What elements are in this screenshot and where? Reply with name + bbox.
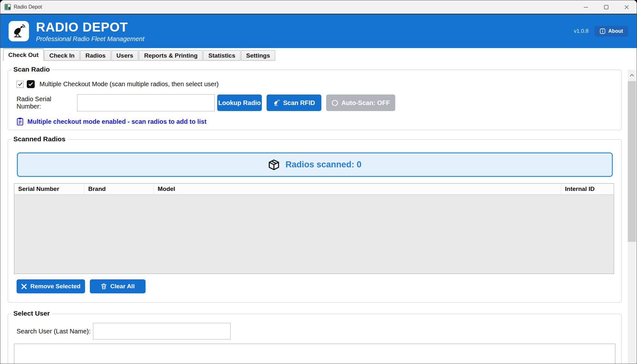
serial-number-label: Radio Serial Number: — [17, 95, 77, 110]
scan-rfid-label: Scan RFID — [283, 99, 315, 107]
maximize-icon — [604, 4, 609, 10]
auto-scan-label: Auto-Scan: OFF — [341, 99, 390, 107]
close-icon — [624, 4, 629, 10]
circle-icon — [332, 100, 338, 106]
window-title: Radio Depot — [14, 4, 42, 10]
tab-radios[interactable]: Radios — [80, 50, 111, 61]
auto-scan-toggle-button[interactable]: Auto-Scan: OFF — [326, 94, 395, 111]
about-button[interactable]: About — [594, 26, 628, 37]
radios-scanned-count: Radios scanned: 0 — [285, 160, 361, 170]
user-results-list[interactable] — [14, 344, 615, 364]
scroll-up-button[interactable] — [628, 70, 636, 80]
trash-icon — [101, 283, 107, 290]
clipboard-icon — [17, 117, 24, 126]
tab-reports-printing[interactable]: Reports & Printing — [139, 50, 203, 61]
tab-statistics[interactable]: Statistics — [203, 50, 240, 61]
app-icon — [4, 4, 11, 10]
tab-label: Reports & Printing — [144, 52, 197, 59]
scrollbar-thumb[interactable] — [628, 81, 636, 242]
remove-selected-button[interactable]: Remove Selected — [17, 279, 85, 293]
info-icon — [600, 28, 605, 34]
search-user-input[interactable] — [93, 323, 231, 340]
column-header-internal-id[interactable]: Internal ID — [561, 184, 614, 194]
tab-label: Radios — [85, 52, 105, 59]
tab-users[interactable]: Users — [111, 50, 139, 61]
version-label: v1.0.8 — [574, 28, 588, 34]
multiple-checkout-checkbox[interactable] — [17, 81, 24, 88]
vertical-scrollbar[interactable] — [628, 70, 636, 364]
clear-all-button[interactable]: Clear All — [90, 279, 146, 293]
app-header: RADIO DEPOT Professional Radio Fleet Man… — [0, 14, 637, 48]
minimize-icon — [583, 4, 589, 10]
page-subtitle: Professional Radio Fleet Management — [36, 35, 144, 43]
check-out-panel: Scan Radio Multiple Checkout Mode (scan … — [0, 70, 637, 364]
package-icon — [268, 159, 280, 171]
multiple-checkout-label: Multiple Checkout Mode (scan multiple ra… — [39, 80, 218, 88]
search-user-label: Search User (Last Name): — [17, 328, 90, 335]
app-window: Radio Depot R — [0, 0, 637, 364]
page-title: RADIO DEPOT — [36, 20, 144, 34]
table-header-row: Serial Number Brand Model Internal ID — [14, 183, 614, 195]
checked-box-emoji-icon — [27, 80, 35, 88]
minimize-button[interactable] — [576, 0, 596, 14]
scanned-radios-group: Scanned Radios Radios scanned: 0 Serial … — [8, 139, 622, 303]
tab-check-out[interactable]: Check Out — [3, 49, 44, 61]
scan-rfid-button[interactable]: Scan RFID — [267, 94, 321, 111]
tab-label: Check Out — [8, 52, 39, 59]
about-button-label: About — [608, 28, 623, 34]
column-header-model[interactable]: Model — [154, 184, 561, 194]
x-icon — [21, 284, 27, 290]
checkmark-icon — [18, 82, 23, 86]
scan-radio-group: Scan Radio Multiple Checkout Mode (scan … — [8, 70, 622, 130]
scanned-count-banner: Radios scanned: 0 — [17, 152, 613, 177]
select-user-group: Select User Search User (Last Name): — [8, 314, 622, 364]
tab-label: Settings — [246, 52, 270, 59]
remove-selected-label: Remove Selected — [30, 283, 80, 290]
antenna-icon — [273, 99, 280, 106]
column-header-serial-number[interactable]: Serial Number — [14, 184, 84, 194]
app-logo — [9, 21, 29, 41]
tab-check-in[interactable]: Check In — [44, 50, 80, 61]
satellite-dish-icon — [11, 24, 26, 38]
tab-bar: Check Out Check In Radios Users Reports … — [0, 48, 637, 61]
lookup-radio-label: Lookup Radio — [218, 99, 261, 107]
tab-label: Users — [117, 52, 133, 59]
scroll-down-button[interactable] — [628, 360, 636, 364]
scanned-radios-group-label: Scanned Radios — [11, 135, 68, 143]
column-header-brand[interactable]: Brand — [84, 184, 154, 194]
maximize-button[interactable] — [596, 0, 616, 14]
serial-number-input[interactable] — [77, 94, 215, 111]
tab-label: Check In — [49, 52, 75, 59]
close-button[interactable] — [616, 0, 637, 14]
scanned-radios-table: Serial Number Brand Model Internal ID — [14, 183, 614, 274]
scan-radio-group-label: Scan Radio — [11, 66, 52, 73]
clear-all-label: Clear All — [110, 283, 134, 290]
title-bar[interactable]: Radio Depot — [0, 0, 637, 14]
chevron-up-icon — [630, 74, 634, 77]
tab-settings[interactable]: Settings — [241, 50, 275, 61]
lookup-radio-button[interactable]: Lookup Radio — [217, 94, 262, 111]
scan-status-message: Multiple checkout mode enabled - scan ra… — [27, 118, 206, 125]
table-body-empty[interactable] — [14, 195, 614, 274]
select-user-group-label: Select User — [11, 310, 52, 317]
tab-label: Statistics — [208, 52, 235, 59]
